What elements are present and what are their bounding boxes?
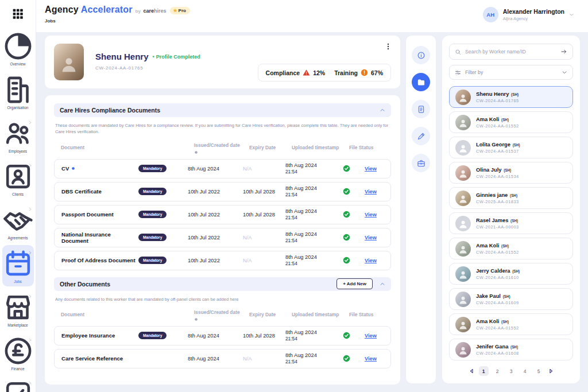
pro-badge: ★Pro — [170, 7, 190, 14]
view-link[interactable]: View — [365, 333, 392, 339]
file-status-cell — [343, 211, 365, 218]
worker-list-item[interactable]: Ama Koli (SH)CW-2024-AA-01552 — [449, 111, 573, 133]
collapse-chevron-icon[interactable] — [380, 107, 385, 113]
chevron-right-icon — [28, 338, 32, 342]
worker-name: Rasel James (SH) — [476, 217, 519, 224]
other-table-body: Employee InsuranceMandatory8th Aug 20241… — [54, 326, 391, 368]
view-link[interactable]: View — [365, 235, 392, 240]
profile-status-badge: Profile Completed — [153, 54, 200, 60]
check-circle-icon — [343, 234, 350, 241]
worker-suffix: (SH) — [509, 345, 518, 349]
file-status-cell — [343, 257, 365, 264]
page-5[interactable]: 5 — [534, 366, 544, 376]
sidebar-nav: OverviewOrganisationEmployeesClientsAgre… — [0, 28, 36, 392]
sidebar-item-label: Overview — [2, 62, 34, 67]
worker-list-item[interactable]: Ama Koli (SH)CW-2024-AA-01552 — [449, 238, 573, 259]
sidebar-item-employees[interactable]: Employees — [2, 115, 34, 156]
view-link[interactable]: View — [365, 258, 392, 263]
folder-icon[interactable] — [412, 73, 430, 91]
view-link[interactable]: View — [365, 356, 392, 362]
worker-info: Lolita George (SH)CW-2024-AA-01537 — [476, 141, 520, 154]
kebab-menu-icon[interactable] — [384, 42, 392, 51]
worker-list-item[interactable]: Shenu Henry (SH)CW-2024-AA-01765 — [449, 86, 573, 108]
sidebar-item-label: Jobs — [2, 280, 34, 284]
avatar — [455, 115, 471, 130]
issued-date: 10th Jul 2022 — [188, 235, 243, 240]
column-header-uploaded-timestamp: Uploaded timestamp — [292, 309, 349, 321]
avatar — [455, 191, 471, 206]
app-grid-icon[interactable] — [12, 8, 24, 20]
view-link[interactable]: View — [365, 166, 392, 172]
sidebar-item-label: Clients — [2, 192, 34, 197]
column-header-document: Document — [61, 309, 194, 321]
add-new-button[interactable]: + Add New — [336, 278, 373, 289]
check-circle-icon — [343, 211, 350, 218]
sidebar-item-tasks[interactable]: Tasks — [2, 375, 34, 392]
worker-suffix: (SH) — [509, 219, 518, 223]
alert-circle-icon — [361, 69, 368, 76]
view-link[interactable]: View — [365, 212, 392, 218]
page-1[interactable]: 1 — [479, 366, 489, 376]
uploaded-timestamp: 8th Aug 202421:54 — [285, 254, 343, 267]
worker-list-item[interactable]: Rasel James (SH)CW-2021-AA-00003 — [449, 212, 573, 234]
top-header: Agency Acceleratorby carehires★Pro Jobs … — [36, 0, 588, 32]
prev-page-icon[interactable] — [469, 368, 475, 374]
sidebar-item-label: Organisation — [2, 106, 34, 110]
worker-list-item[interactable]: Jerry Caldera (SH)CW-2024-AA-01610 — [449, 263, 573, 285]
document-icon[interactable] — [412, 100, 430, 118]
worker-id: CW-2024-AA-01765 — [95, 65, 143, 71]
sidebar-item-label: Marketplace — [2, 323, 34, 328]
page-3[interactable]: 3 — [506, 366, 516, 376]
worker-list-item[interactable]: Jake Paul (SH)CW-2024-AA-01609 — [449, 288, 573, 310]
worker-list-item[interactable]: Ginnies jane (SH)CW-2025-AA-01833 — [449, 187, 573, 209]
sidebar-item-finance[interactable]: Finance — [2, 332, 34, 374]
worker-id: CW-2025-AA-01833 — [476, 199, 519, 204]
arrow-right-icon[interactable] — [560, 48, 567, 55]
collapse-chevron-icon[interactable] — [380, 281, 385, 287]
user-menu[interactable]: AH Alexander Harrington Aljira Agency — [483, 7, 574, 22]
chevron-right-icon — [28, 251, 32, 255]
search-input[interactable] — [465, 49, 556, 55]
page-2[interactable]: 2 — [493, 366, 502, 376]
page-4[interactable]: 4 — [520, 366, 530, 376]
pen-icon[interactable] — [412, 127, 430, 145]
view-link[interactable]: View — [365, 189, 392, 195]
warning-triangle-icon — [303, 69, 310, 76]
worker-list-item[interactable]: Lolita George (SH)CW-2024-AA-01537 — [449, 137, 573, 158]
chevron-right-icon — [28, 121, 32, 125]
worker-id: CW-2024-AA-01765 — [476, 98, 519, 103]
next-page-icon[interactable] — [548, 368, 554, 374]
briefcase-icon[interactable] — [412, 154, 430, 172]
worker-list-item[interactable]: Olina July (SH)CW-2024-AA-01534 — [449, 162, 573, 184]
worker-name: Ginnies jane (SH) — [476, 192, 519, 199]
sidebar-item-jobs[interactable]: Jobs — [2, 245, 34, 286]
worker-list-item[interactable]: Jenifer Gana (SH)CW-2024-AA-01608 — [449, 339, 573, 360]
training-stat: Training 67% — [334, 69, 383, 76]
badge-cell: Mandatory — [138, 332, 188, 339]
info-icon — [194, 317, 198, 321]
document-name: DBS Certificate — [61, 188, 138, 195]
uploaded-timestamp: 8th Aug 202421:54 — [285, 352, 343, 366]
section-description: These documents are mandated by Care Hir… — [55, 122, 390, 135]
worker-stats: Compliance 12% Training 67% — [258, 64, 391, 81]
document-name: Passport Document — [61, 211, 138, 218]
other-table-head: DocumentIssued/Created dateExpiry DateUp… — [54, 307, 391, 326]
sidebar-item-overview[interactable]: Overview — [2, 28, 34, 69]
filter-dropdown[interactable]: Filter by — [449, 65, 573, 80]
sidebar-item-organisation[interactable]: Organisation — [2, 71, 34, 112]
avatar — [455, 216, 471, 231]
worker-suffix: (SH) — [511, 269, 520, 273]
sidebar-item-marketplace[interactable]: Marketplace — [2, 289, 34, 330]
worker-suffix: (SH) — [502, 168, 511, 172]
person-icon — [458, 294, 468, 305]
person-icon — [458, 193, 468, 204]
sidebar-item-agreements[interactable]: Agreements — [2, 201, 34, 243]
uploaded-timestamp: 8th Aug 202421:54 — [285, 185, 343, 199]
info-icon — [194, 150, 198, 154]
issued-date: 8th Aug 2024 — [188, 333, 243, 339]
worker-list-item[interactable]: Ama Koli (SH)CW-2024-AA-01552 — [449, 313, 573, 335]
expiry-date: 10th Jul 2028 — [243, 189, 285, 195]
user-info: Alexander Harrington Aljira Agency — [503, 8, 564, 21]
info-icon[interactable] — [412, 46, 430, 64]
sidebar-item-clients[interactable]: Clients — [2, 158, 34, 199]
